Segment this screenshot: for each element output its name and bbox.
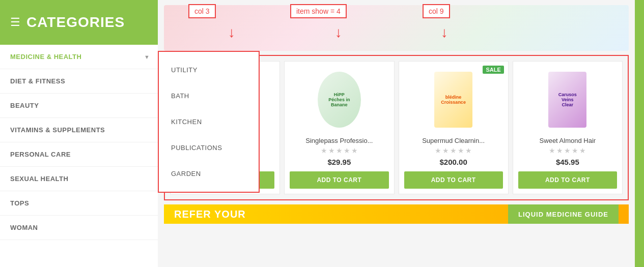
star-rating-4: ★ ★ ★ ★ ★ xyxy=(549,146,586,155)
subcategory-item-bath[interactable]: BATH xyxy=(159,83,259,109)
sidebar-item-beauty[interactable]: BEAUTY xyxy=(0,94,158,118)
subcategory-item-publications[interactable]: PUBLICATIONS xyxy=(159,135,259,161)
itemshow-arrow-icon: ↓ xyxy=(335,25,342,40)
sidebar-title: CATEGORIES xyxy=(26,14,125,31)
annotation-col3: col 3 xyxy=(188,4,216,18)
sidebar: ☰ CATEGORIES MEDICINE & HEALTH ▼ DIET & … xyxy=(0,0,158,267)
col9-arrow-icon: ↓ xyxy=(441,25,448,40)
product-card-3: SALE blédineCroissance Supermud Clearnin… xyxy=(399,61,509,194)
sidebar-link-vitamins[interactable]: VITAMINS & SUPPLEMENTS xyxy=(0,118,158,142)
subcategory-item-garden[interactable]: GARDEN xyxy=(159,161,259,187)
sidebar-link-personal[interactable]: PERSONAL CARE xyxy=(0,142,158,166)
chevron-down-icon: ▼ xyxy=(144,54,150,60)
product-img-bledine: blédineCroissance xyxy=(434,72,472,128)
star-icon: ★ xyxy=(321,146,327,155)
star-rating-2: ★ ★ ★ ★ ★ xyxy=(321,146,358,155)
sidebar-item-diet[interactable]: DIET & FITNESS xyxy=(0,69,158,94)
bottom-banner: REFER YOUR LIQUID MEDICINE GUIDE xyxy=(164,204,629,224)
menu-icon: ☰ xyxy=(10,16,20,29)
product-price-3: $200.00 xyxy=(440,158,467,166)
subcategory-list: UTILITY BATH KITCHEN PUBLICATIONS GARDEN xyxy=(159,57,259,187)
subcategory-panel: UTILITY BATH KITCHEN PUBLICATIONS GARDEN xyxy=(158,51,260,193)
star-icon: ★ xyxy=(328,146,335,155)
subcategory-link-kitchen[interactable]: KITCHEN xyxy=(159,109,259,135)
sidebar-link-woman[interactable]: WOMAN xyxy=(0,216,158,240)
sidebar-header: ☰ CATEGORIES xyxy=(0,0,158,45)
bottom-banner-left-text: REFER YOUR xyxy=(174,209,246,220)
star-icon: ★ xyxy=(465,146,472,155)
product-card-2: HiPPPéches in Banane Singlepass Professi… xyxy=(284,61,394,194)
product-image-2: HiPPPéches in Banane xyxy=(314,67,365,133)
star-icon: ★ xyxy=(344,146,350,155)
star-icon: ★ xyxy=(556,146,563,155)
star-rating-3: ★ ★ ★ ★ ★ xyxy=(435,146,472,155)
star-icon: ★ xyxy=(579,146,586,155)
annotation-col9: col 9 xyxy=(423,4,450,18)
col3-arrow-icon: ↓ xyxy=(228,25,235,40)
add-to-cart-button-4[interactable]: ADD TO CART xyxy=(518,171,617,189)
star-icon: ★ xyxy=(549,146,555,155)
sidebar-item-sexual[interactable]: SEXUAL HEALTH xyxy=(0,167,158,191)
subcategory-item-kitchen[interactable]: KITCHEN xyxy=(159,109,259,135)
sidebar-link-beauty[interactable]: BEAUTY xyxy=(0,94,158,117)
subcategory-link-utility[interactable]: UTILITY xyxy=(159,57,259,83)
star-icon: ★ xyxy=(435,146,441,155)
sidebar-item-medicine[interactable]: MEDICINE & HEALTH ▼ xyxy=(0,45,158,69)
add-to-cart-button-2[interactable]: ADD TO CART xyxy=(290,171,388,189)
product-card-4: CarusosVeinsClear Sweet Almond Hair ★ ★ … xyxy=(513,61,623,194)
star-icon: ★ xyxy=(458,146,464,155)
product-price-4: $45.95 xyxy=(556,158,579,166)
product-img-hipp: HiPPPéches in Banane xyxy=(318,72,361,128)
add-to-cart-button-3[interactable]: ADD TO CART xyxy=(404,171,503,189)
product-image-3: blédineCroissance xyxy=(428,67,479,133)
sidebar-link-diet[interactable]: DIET & FITNESS xyxy=(0,69,158,93)
right-strip xyxy=(635,0,644,267)
sidebar-link-sexual[interactable]: SEXUAL HEALTH xyxy=(0,167,158,191)
sidebar-item-woman[interactable]: WOMAN xyxy=(0,216,158,240)
sidebar-item-tops[interactable]: TOPS xyxy=(0,191,158,216)
product-name-3: Supermud Clearnin... xyxy=(404,137,503,144)
star-icon: ★ xyxy=(351,146,358,155)
annotation-item-show: item show = 4 xyxy=(290,4,347,18)
sidebar-menu: MEDICINE & HEALTH ▼ DIET & FITNESS BEAUT… xyxy=(0,45,158,240)
subcategory-link-garden[interactable]: GARDEN xyxy=(159,161,259,187)
subcategory-link-publications[interactable]: PUBLICATIONS xyxy=(159,135,259,161)
product-price-2: $29.95 xyxy=(327,158,351,166)
subcategory-item-utility[interactable]: UTILITY xyxy=(159,57,259,83)
star-icon: ★ xyxy=(336,146,343,155)
bottom-banner-right: LIQUID MEDICINE GUIDE xyxy=(508,204,619,224)
product-name-2: Singlepass Professio... xyxy=(290,137,388,144)
star-icon: ★ xyxy=(450,146,457,155)
product-name-4: Sweet Almond Hair xyxy=(518,137,617,144)
sidebar-link-tops[interactable]: TOPS xyxy=(0,191,158,215)
sidebar-link-medicine[interactable]: MEDICINE & HEALTH xyxy=(0,45,158,69)
star-icon: ★ xyxy=(442,146,449,155)
sale-badge: SALE xyxy=(483,66,503,74)
star-icon: ★ xyxy=(572,146,578,155)
subcategory-link-bath[interactable]: BATH xyxy=(159,83,259,109)
bottom-banner-right-text: LIQUID MEDICINE GUIDE xyxy=(518,211,608,218)
product-img-carusos: CarusosVeinsClear xyxy=(548,72,586,128)
sidebar-item-personal[interactable]: PERSONAL CARE xyxy=(0,142,158,167)
product-image-4: CarusosVeinsClear xyxy=(542,67,593,133)
star-icon: ★ xyxy=(564,146,571,155)
sidebar-item-vitamins[interactable]: VITAMINS & SUPPLEMENTS xyxy=(0,118,158,142)
